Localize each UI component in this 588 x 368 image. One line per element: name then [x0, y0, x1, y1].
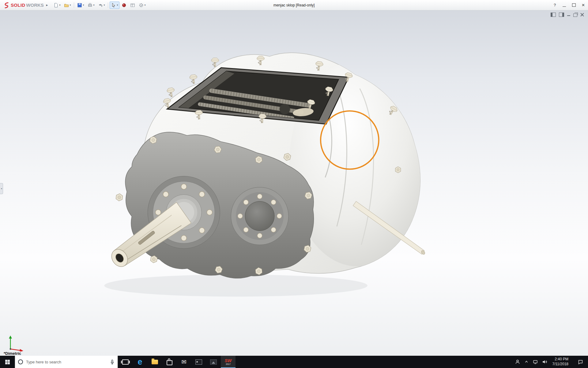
start-button[interactable]	[0, 356, 15, 368]
view-orientation-label: *Dimetric	[4, 351, 21, 356]
print-button[interactable]: ▾	[86, 2, 96, 9]
network-icon[interactable]	[533, 359, 538, 364]
envelope-icon: ✉	[182, 359, 187, 365]
clock-time: 2:40 PM	[555, 357, 568, 362]
select-tool-button[interactable]: ▾	[110, 2, 119, 9]
orientation-triad	[5, 334, 26, 351]
select-cursor-icon	[111, 3, 116, 8]
chevron-up-icon[interactable]	[524, 360, 529, 364]
maximize-icon	[572, 3, 576, 7]
action-center-icon	[578, 359, 583, 365]
design-table-button[interactable]	[129, 2, 137, 9]
dropdown-caret-icon[interactable]: ▾	[104, 4, 105, 6]
photos-icon	[210, 359, 217, 365]
console-icon	[195, 359, 202, 365]
close-button[interactable]: ×	[579, 0, 588, 10]
bearing-cover	[231, 187, 288, 245]
quick-access-toolbar: ▾ ▾ ▾ ▾ ▾ ▾	[52, 2, 147, 9]
folder-icon	[152, 360, 158, 364]
maximize-button[interactable]	[569, 0, 579, 10]
edge-button[interactable]: e	[133, 356, 147, 368]
triad-origin	[10, 348, 11, 350]
undo-button[interactable]: ▾	[96, 2, 106, 9]
document-window-controls	[551, 13, 584, 17]
minimize-button[interactable]	[560, 0, 569, 10]
help-button[interactable]: ?	[550, 0, 560, 10]
task-view-button[interactable]	[118, 356, 133, 368]
taskbar-search[interactable]	[15, 356, 118, 368]
titlebar: SOLIDWORKS ▸ ▾ ▾ ▾ ▾ ▾	[0, 0, 588, 10]
open-folder-icon	[64, 3, 69, 8]
menu-expand-arrow[interactable]: ▸	[44, 2, 50, 8]
shopping-bag-icon	[167, 360, 172, 365]
action-center-button[interactable]	[574, 356, 587, 368]
print-icon	[88, 3, 92, 8]
appearance-button[interactable]	[120, 2, 128, 9]
solidworks-icon: SW 2017	[225, 358, 232, 365]
triad-x-axis	[10, 349, 21, 351]
minimize-icon	[563, 6, 566, 7]
open-button[interactable]: ▾	[62, 2, 72, 9]
dropdown-caret-icon[interactable]: ▾	[93, 4, 94, 6]
doc-restore-icon[interactable]	[573, 13, 577, 17]
windows-logo-icon	[5, 360, 10, 364]
volume-icon[interactable]	[542, 359, 547, 364]
search-input[interactable]	[25, 359, 107, 365]
solidworks-window: SOLIDWORKS ▸ ▾ ▾ ▾ ▾ ▾	[0, 0, 588, 368]
solidworks-taskbar-button[interactable]: SW 2017	[221, 356, 236, 368]
appearance-sphere-icon	[122, 3, 126, 8]
new-document-icon	[54, 3, 58, 8]
undo-icon	[98, 3, 103, 8]
window-controls: ? ×	[550, 0, 588, 10]
toolbar-separator	[74, 2, 74, 8]
options-button[interactable]: ▾	[137, 2, 147, 9]
pane-right-icon[interactable]	[559, 13, 564, 17]
new-document-button[interactable]: ▾	[52, 2, 62, 9]
toolbar-separator	[108, 2, 108, 8]
windows-taskbar: e ✉ SW 2017	[0, 356, 588, 368]
dropdown-caret-icon[interactable]: ▾	[59, 4, 60, 6]
task-view-icon	[122, 359, 129, 365]
pane-left-icon[interactable]	[551, 13, 556, 17]
dropdown-caret-icon[interactable]: ▾	[83, 4, 84, 6]
document-title: menjac sklop [Read-only]	[273, 3, 315, 7]
brand-text-works: WORKS	[26, 2, 44, 8]
gearbox-model[interactable]	[0, 10, 588, 356]
solidworks-logo: SOLIDWORKS	[0, 2, 44, 9]
people-icon[interactable]	[515, 359, 520, 364]
doc-minimize-icon[interactable]	[567, 13, 570, 16]
system-tray: 2:40 PM 7/11/2018	[515, 356, 588, 368]
taskbar-apps: e ✉ SW 2017	[118, 356, 236, 368]
dropdown-caret-icon[interactable]: ▾	[117, 4, 118, 6]
edge-icon: e	[138, 358, 142, 366]
clock-date: 7/11/2018	[552, 362, 569, 367]
command-prompt-button[interactable]	[191, 356, 206, 368]
dropdown-caret-icon[interactable]: ▾	[144, 4, 145, 6]
graphics-viewport[interactable]: ◂ *Dimetric	[0, 10, 588, 356]
store-button[interactable]	[162, 356, 177, 368]
design-table-icon	[130, 3, 135, 8]
microphone-icon[interactable]	[110, 359, 115, 364]
ds-logo-icon	[3, 2, 10, 9]
triad-y-arrowhead	[9, 335, 12, 339]
photos-button[interactable]	[206, 356, 221, 368]
gear-icon	[139, 3, 144, 8]
file-explorer-button[interactable]	[147, 356, 162, 368]
cortana-icon	[18, 359, 23, 364]
brand-text-solid: SOLID	[11, 2, 25, 8]
save-button[interactable]: ▾	[76, 2, 85, 9]
taskbar-clock[interactable]: 2:40 PM 7/11/2018	[551, 357, 570, 366]
feature-tree-collapse-tab[interactable]: ◂	[0, 183, 3, 194]
mail-button[interactable]: ✉	[177, 356, 191, 368]
dropdown-caret-icon[interactable]: ▾	[70, 4, 71, 6]
doc-close-icon[interactable]	[580, 13, 584, 17]
save-icon	[77, 3, 82, 8]
